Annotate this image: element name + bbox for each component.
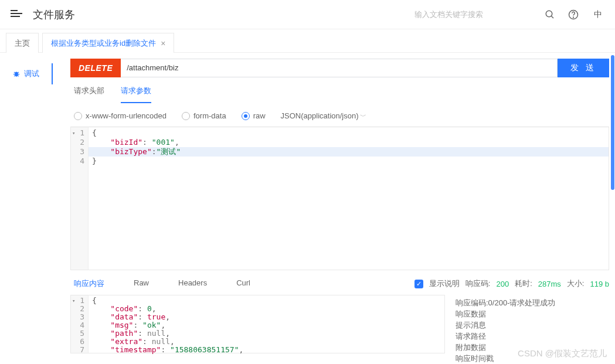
path-input[interactable] bbox=[121, 59, 558, 77]
resp-tab-raw[interactable]: Raw bbox=[134, 278, 149, 289]
app-title: 文件服务 bbox=[33, 8, 75, 22]
radio-form-data[interactable]: form-data bbox=[182, 111, 226, 120]
subtab-headers[interactable]: 请求头部 bbox=[74, 86, 104, 103]
svg-point-3 bbox=[573, 17, 574, 18]
svg-point-4 bbox=[15, 72, 18, 77]
radio-raw[interactable]: raw bbox=[242, 111, 266, 120]
response-descriptions: 响应编码:0/200-请求处理成功响应数据提示消息请求路径附加数据响应时间戳 bbox=[445, 295, 609, 364]
response-body-viewer[interactable]: ▾1234567 { "code": 0, "data": true, "msg… bbox=[70, 295, 445, 353]
bug-icon bbox=[12, 70, 21, 78]
menu-toggle[interactable] bbox=[11, 10, 22, 19]
svg-line-10 bbox=[18, 76, 19, 76]
search-input[interactable] bbox=[414, 10, 532, 19]
search-icon[interactable] bbox=[545, 9, 555, 20]
content-type-select[interactable]: JSON(application/json)﹀ bbox=[281, 111, 366, 121]
fold-icon[interactable]: ▾ bbox=[72, 128, 75, 138]
tab-home[interactable]: 主页 bbox=[6, 33, 39, 53]
resp-tab-curl[interactable]: Curl bbox=[236, 278, 250, 289]
svg-line-7 bbox=[14, 72, 15, 73]
send-button[interactable]: 发 送 bbox=[558, 59, 609, 77]
svg-line-1 bbox=[551, 16, 553, 18]
response-size: 119 b bbox=[590, 280, 609, 288]
desc-line: 附加数据 bbox=[456, 342, 603, 353]
sidebar-item-label: 调试 bbox=[24, 69, 39, 79]
desc-line: 请求路径 bbox=[456, 331, 603, 342]
scrollbar[interactable] bbox=[610, 53, 615, 364]
tab-active-label: 根据业务类型或业务id删除文件 bbox=[51, 38, 156, 49]
radio-form-urlencoded[interactable]: x-www-form-urlencoded bbox=[74, 111, 167, 120]
subtab-params[interactable]: 请求参数 bbox=[121, 86, 151, 103]
svg-line-8 bbox=[18, 72, 19, 73]
show-desc-checkbox[interactable]: ✓ bbox=[414, 280, 423, 288]
elapsed-time: 287ms bbox=[538, 280, 561, 288]
desc-line: 响应数据 bbox=[456, 308, 603, 319]
svg-point-0 bbox=[546, 11, 552, 17]
chevron-down-icon: ﹀ bbox=[360, 113, 366, 120]
tab-active[interactable]: 根据业务类型或业务id删除文件 × bbox=[42, 33, 174, 53]
tab-home-label: 主页 bbox=[15, 38, 30, 49]
request-body-editor[interactable]: ▾1 2 3 4 { "bizId": "001", "bizType":"测试… bbox=[70, 127, 609, 270]
language-toggle[interactable]: 中 bbox=[592, 9, 604, 20]
resp-tab-content[interactable]: 响应内容 bbox=[74, 278, 104, 289]
close-icon[interactable]: × bbox=[161, 39, 165, 48]
resp-tab-headers[interactable]: Headers bbox=[178, 278, 207, 289]
help-icon[interactable] bbox=[568, 9, 579, 20]
desc-line: 响应编码:0/200-请求处理成功 bbox=[456, 297, 603, 308]
status-code: 200 bbox=[496, 280, 509, 288]
http-method[interactable]: DELETE bbox=[70, 59, 121, 77]
desc-line: 响应时间戳 bbox=[456, 353, 603, 364]
svg-line-9 bbox=[14, 76, 15, 76]
sidebar-item-debug[interactable]: 调试 bbox=[0, 63, 53, 84]
desc-line: 提示消息 bbox=[456, 319, 603, 331]
